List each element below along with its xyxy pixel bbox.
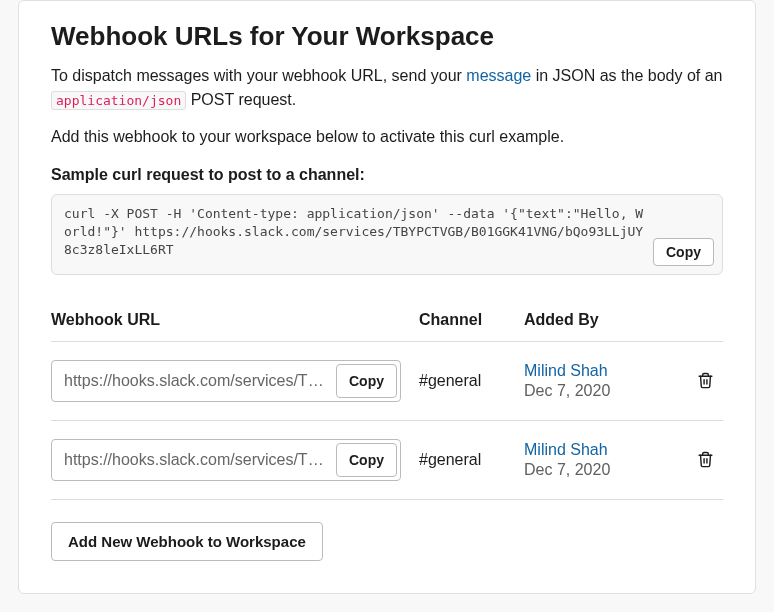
added-by-date: Dec 7, 2020 (524, 382, 693, 400)
page-title: Webhook URLs for Your Workspace (51, 21, 723, 52)
copy-url-button[interactable]: Copy (336, 443, 397, 477)
delete-webhook-button[interactable] (693, 448, 717, 472)
content-type-code: application/json (51, 91, 186, 110)
url-wrapper: Copy (51, 360, 401, 402)
sample-curl-code: curl -X POST -H 'Content-type: applicati… (64, 205, 710, 260)
table-row: Copy #general Milind Shah Dec 7, 2020 (51, 421, 723, 500)
table-header: Webhook URL Channel Added By (51, 299, 723, 342)
added-by-date: Dec 7, 2020 (524, 461, 693, 479)
intro-line-2: Add this webhook to your workspace below… (51, 128, 723, 146)
webhooks-card: Webhook URLs for Your Workspace To dispa… (18, 0, 756, 594)
trash-icon (697, 451, 714, 468)
table-row: Copy #general Milind Shah Dec 7, 2020 (51, 342, 723, 421)
copy-url-button[interactable]: Copy (336, 364, 397, 398)
intro-text-1: To dispatch messages with your webhook U… (51, 67, 466, 84)
intro-paragraph: To dispatch messages with your webhook U… (51, 64, 723, 112)
intro-text-2: in JSON as the body of an (536, 67, 723, 84)
add-webhook-button[interactable]: Add New Webhook to Workspace (51, 522, 323, 561)
sample-curl-block: curl -X POST -H 'Content-type: applicati… (51, 194, 723, 275)
added-by-link[interactable]: Milind Shah (524, 441, 693, 459)
header-addedby: Added By (524, 311, 693, 329)
sample-curl-label: Sample curl request to post to a channel… (51, 166, 723, 184)
delete-webhook-button[interactable] (693, 369, 717, 393)
message-link[interactable]: message (466, 67, 531, 84)
intro-text-3: POST request. (191, 91, 297, 108)
header-url: Webhook URL (51, 311, 419, 329)
channel-name: #general (419, 451, 524, 469)
trash-icon (697, 372, 714, 389)
header-channel: Channel (419, 311, 524, 329)
copy-curl-button[interactable]: Copy (653, 238, 714, 266)
channel-name: #general (419, 372, 524, 390)
added-by-link[interactable]: Milind Shah (524, 362, 693, 380)
url-wrapper: Copy (51, 439, 401, 481)
